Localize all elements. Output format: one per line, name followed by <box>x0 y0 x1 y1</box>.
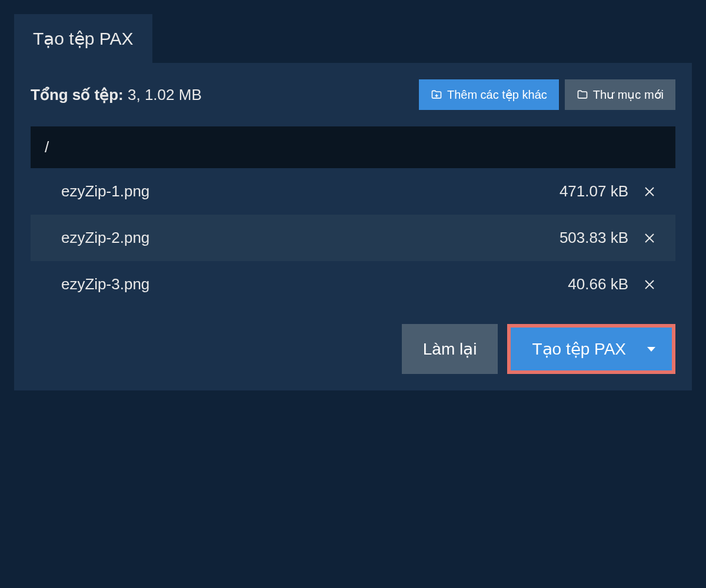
path-row[interactable]: / <box>31 126 675 168</box>
file-size: 471.07 kB <box>560 182 628 201</box>
new-folder-button[interactable]: Thư mục mới <box>565 79 675 110</box>
path-text: / <box>45 138 49 156</box>
create-pax-button[interactable]: Tạo tệp PAX <box>511 328 672 370</box>
header-button-group: Thêm các tệp khác Thư mục mới <box>419 79 675 110</box>
file-name: ezyZip-1.png <box>49 182 560 201</box>
remove-file-button[interactable] <box>642 185 657 199</box>
folder-plus-icon <box>431 89 442 101</box>
close-icon <box>642 278 657 292</box>
total-files-value: 3, 1.02 MB <box>128 86 202 103</box>
file-row: ezyZip-1.png 471.07 kB <box>31 168 675 215</box>
create-button-highlight: Tạo tệp PAX <box>507 324 675 374</box>
add-more-files-button[interactable]: Thêm các tệp khác <box>419 79 559 110</box>
file-list: / ezyZip-1.png 471.07 kB ezyZip-2.png <box>31 126 675 308</box>
file-row: ezyZip-2.png 503.83 kB <box>31 215 675 261</box>
main-panel: Tổng số tệp: 3, 1.02 MB Thêm các tệp khá… <box>14 63 692 390</box>
file-name: ezyZip-3.png <box>49 275 568 293</box>
add-more-files-label: Thêm các tệp khác <box>447 88 547 102</box>
tab-create-pax[interactable]: Tạo tệp PAX <box>14 14 152 63</box>
file-size: 40.66 kB <box>568 275 628 293</box>
close-icon <box>642 231 657 245</box>
remove-file-button[interactable] <box>642 231 657 245</box>
file-size: 503.83 kB <box>560 229 628 247</box>
file-row: ezyZip-3.png 40.66 kB <box>31 261 675 308</box>
total-files-summary: Tổng số tệp: 3, 1.02 MB <box>31 86 202 104</box>
footer-row: Làm lại Tạo tệp PAX <box>31 324 675 374</box>
caret-down-icon <box>647 347 655 352</box>
close-icon <box>642 185 657 199</box>
total-files-label: Tổng số tệp: <box>31 86 128 103</box>
folder-icon <box>577 89 588 101</box>
new-folder-label: Thư mục mới <box>593 88 664 102</box>
file-name: ezyZip-2.png <box>49 229 560 247</box>
reset-label: Làm lại <box>423 339 477 359</box>
reset-button[interactable]: Làm lại <box>402 324 498 374</box>
header-row: Tổng số tệp: 3, 1.02 MB Thêm các tệp khá… <box>31 79 675 110</box>
remove-file-button[interactable] <box>642 278 657 292</box>
tab-label: Tạo tệp PAX <box>33 29 134 48</box>
create-label: Tạo tệp PAX <box>532 339 626 359</box>
